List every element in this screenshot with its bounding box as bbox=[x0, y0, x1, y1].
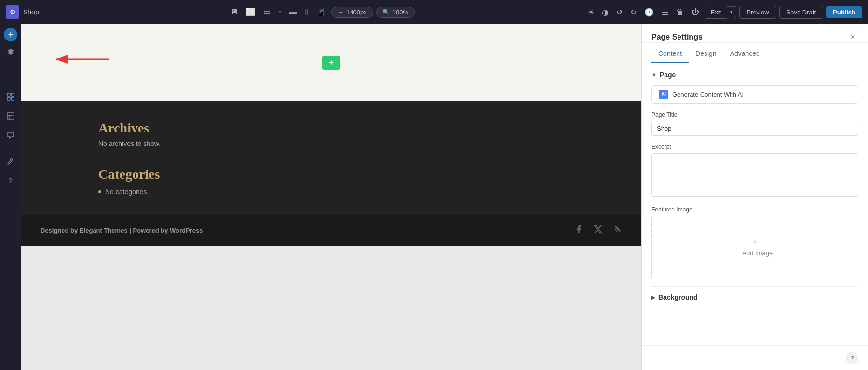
archives-heading: Archives bbox=[98, 120, 564, 136]
add-section-button[interactable]: + bbox=[322, 56, 341, 70]
footer-prefix: Designed by bbox=[41, 227, 80, 234]
page-section-header[interactable]: ▼ Page bbox=[651, 71, 858, 79]
undo-btn[interactable]: ↺ bbox=[614, 5, 625, 19]
add-section-icon: + bbox=[329, 58, 334, 68]
svg-rect-3 bbox=[11, 97, 14, 100]
width-indicator[interactable]: ↔ 1400px bbox=[331, 7, 373, 18]
sidebar-item-widgets[interactable] bbox=[2, 88, 19, 106]
canvas-area[interactable]: + Archives No archives to show. Categori… bbox=[21, 24, 641, 370]
sidebar-item-layers[interactable] bbox=[2, 43, 19, 61]
wide-monitor-btn[interactable]: ⬜ bbox=[244, 6, 258, 18]
categories-heading: Categories bbox=[98, 167, 564, 182]
mobile-btn[interactable]: 📱 bbox=[314, 6, 328, 18]
delete-btn[interactable]: 🗑 bbox=[674, 5, 686, 19]
sidebar-item-chat[interactable] bbox=[2, 127, 19, 144]
publish-button[interactable]: Publish bbox=[826, 6, 862, 18]
footer-mid: | Powered by bbox=[129, 227, 170, 234]
chevron-down-icon: ▼ bbox=[651, 72, 657, 78]
tab-advanced[interactable]: Advanced bbox=[723, 45, 767, 63]
chevron-right-icon: ▶ bbox=[651, 294, 655, 301]
svg-rect-1 bbox=[11, 93, 14, 96]
power-btn[interactable]: ⏻ bbox=[689, 5, 702, 19]
search-icon: 🔍 bbox=[382, 9, 390, 15]
wordpress-link[interactable]: WordPress bbox=[170, 227, 203, 234]
ai-generate-button[interactable]: AI Generate Content With AI bbox=[651, 85, 858, 104]
page-section-title: Page bbox=[660, 71, 676, 79]
dark-section: Archives No archives to show. Categories… bbox=[21, 101, 641, 215]
panel-body: ▼ Page AI Generate Content With AI Page … bbox=[642, 63, 868, 345]
archives-text: No archives to show. bbox=[98, 140, 564, 147]
desktop-view-btn[interactable]: 🖥 bbox=[228, 6, 241, 18]
small-monitor-btn[interactable]: ▫ bbox=[276, 6, 284, 18]
sidebar-item-templates[interactable] bbox=[2, 107, 19, 125]
excerpt-field: Excerpt bbox=[651, 144, 858, 198]
close-panel-button[interactable]: × bbox=[847, 32, 858, 42]
svg-rect-4 bbox=[7, 113, 14, 119]
rss-icon[interactable] bbox=[612, 225, 622, 237]
ai-generate-label: Generate Content With AI bbox=[672, 91, 744, 98]
tab-content[interactable]: Content bbox=[651, 45, 689, 63]
toolbar-right: ☀ ◑ ↺ ↻ 🕐 ⚌ 🗑 ⏻ Exit ▾ Preview Save Draf… bbox=[585, 5, 862, 19]
tab-design[interactable]: Design bbox=[689, 45, 723, 63]
page-title-input[interactable] bbox=[651, 121, 858, 136]
width-icon: ↔ bbox=[338, 9, 343, 15]
left-sidebar: + ? bbox=[0, 24, 21, 370]
sun-icon-btn[interactable]: ☀ bbox=[585, 5, 597, 19]
panel-footer: ? bbox=[642, 345, 868, 370]
tablet-landscape-btn[interactable]: ▬ bbox=[286, 6, 299, 18]
responsive-settings-btn[interactable]: ⚌ bbox=[659, 5, 671, 19]
toolbar-center: 🖥 ⬜ ▭ ▫ ▬ ▯ 📱 ↔ 1400px 🔍 100% bbox=[55, 6, 581, 18]
sep2 bbox=[223, 6, 223, 18]
svg-rect-0 bbox=[7, 93, 10, 96]
add-image-label: + Add Image bbox=[737, 250, 773, 257]
toggle-btn[interactable]: ◑ bbox=[599, 5, 611, 19]
background-section: ▶ Background bbox=[651, 286, 858, 301]
background-header[interactable]: ▶ Background bbox=[651, 293, 858, 301]
sidebar-item-list[interactable] bbox=[2, 63, 19, 80]
save-draft-button[interactable]: Save Draft bbox=[779, 6, 823, 19]
monitor-btn[interactable]: ▭ bbox=[261, 6, 273, 18]
add-image-icon: + bbox=[752, 238, 758, 248]
site-footer: Designed by Elegant Themes | Powered by … bbox=[21, 215, 641, 246]
toolbar: ⚙ Shop 🖥 ⬜ ▭ ▫ ▬ ▯ 📱 ↔ 1400px 🔍 100% ☀ ◑… bbox=[0, 0, 868, 24]
panel-title: Page Settings bbox=[651, 33, 703, 41]
add-element-button[interactable]: + bbox=[4, 28, 17, 41]
elegant-themes-link[interactable]: Elegant Themes bbox=[80, 227, 128, 234]
facebook-icon[interactable] bbox=[574, 225, 583, 237]
right-panel: Page Settings × Content Design Advanced … bbox=[641, 24, 868, 370]
plus-icon: + bbox=[8, 30, 14, 40]
featured-image-label: Featured Image bbox=[651, 206, 858, 213]
ai-icon: AI bbox=[659, 90, 668, 99]
footer-social bbox=[574, 225, 622, 237]
logo-icon[interactable]: ⚙ bbox=[6, 5, 19, 19]
x-twitter-icon[interactable] bbox=[593, 225, 603, 237]
history-btn[interactable]: 🕐 bbox=[642, 5, 656, 19]
sidebar-item-tools[interactable] bbox=[2, 152, 19, 170]
redo-btn[interactable]: ↻ bbox=[628, 5, 639, 19]
exit-button[interactable]: Exit bbox=[705, 6, 728, 19]
footer-credit: Designed by Elegant Themes | Powered by … bbox=[41, 227, 203, 234]
sidebar-item-help[interactable]: ? bbox=[2, 172, 19, 189]
featured-image-box[interactable]: + + Add Image bbox=[651, 216, 858, 278]
excerpt-textarea[interactable] bbox=[651, 153, 858, 197]
main-layout: + ? bbox=[0, 24, 868, 370]
archives-block: Archives No archives to show. bbox=[98, 120, 564, 147]
category-text: No categories bbox=[105, 188, 147, 196]
svg-point-6 bbox=[614, 232, 615, 233]
exit-group: Exit ▾ bbox=[705, 6, 737, 19]
separator bbox=[49, 6, 49, 18]
categories-block: Categories No categories bbox=[98, 167, 564, 196]
sidebar-separator-2 bbox=[5, 148, 16, 148]
exit-dropdown-btn[interactable]: ▾ bbox=[727, 6, 736, 18]
zoom-value: 100% bbox=[393, 9, 408, 16]
zoom-control[interactable]: 🔍 100% bbox=[376, 7, 415, 18]
help-button[interactable]: ? bbox=[846, 352, 858, 364]
tablet-btn[interactable]: ▯ bbox=[302, 6, 311, 18]
bullet-icon bbox=[98, 190, 101, 193]
panel-tabs: Content Design Advanced bbox=[642, 45, 868, 63]
arrow-svg bbox=[46, 51, 114, 67]
preview-button[interactable]: Preview bbox=[739, 6, 776, 19]
question-mark: ? bbox=[9, 176, 13, 185]
sidebar-separator bbox=[5, 84, 16, 84]
canvas-top-section[interactable]: + bbox=[21, 24, 641, 101]
